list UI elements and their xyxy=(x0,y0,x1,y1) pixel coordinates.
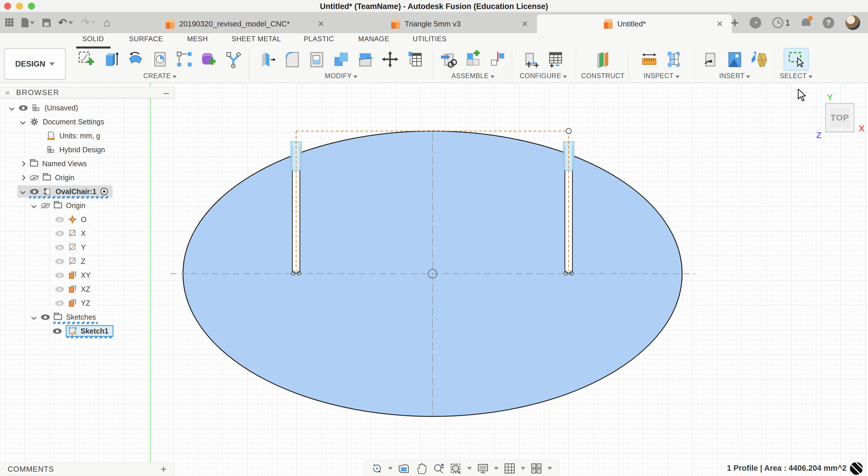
configuration-table-icon[interactable] xyxy=(547,50,565,68)
help-icon[interactable]: ? xyxy=(823,17,834,29)
tree-row-plane-yz[interactable]: YZ xyxy=(0,296,178,310)
extrude-icon[interactable] xyxy=(102,50,120,68)
create-sketch-icon[interactable] xyxy=(78,50,96,68)
new-tab-icon[interactable]: + xyxy=(731,15,739,31)
viewcube[interactable]: TOP xyxy=(825,103,854,132)
tab-utilities[interactable]: UTILITIES xyxy=(413,35,447,43)
notifications-bell-icon[interactable] xyxy=(801,17,812,28)
tab-document-1[interactable]: 20190320_revised_model_CNC* ✕ xyxy=(125,14,333,33)
new-component-icon[interactable] xyxy=(464,50,482,68)
visibility-eye-dim-icon[interactable] xyxy=(55,273,64,278)
visibility-eye-dim-icon[interactable] xyxy=(55,217,64,222)
tab-plastic[interactable]: PLASTIC xyxy=(304,35,334,43)
insert-menu[interactable]: INSERT xyxy=(697,72,773,80)
add-comment-icon[interactable]: + xyxy=(161,463,167,475)
look-at-icon[interactable] xyxy=(397,462,410,475)
close-tab-icon[interactable]: ✕ xyxy=(318,19,324,29)
generative-design-icon[interactable] xyxy=(224,50,242,68)
measure-icon[interactable] xyxy=(640,50,658,68)
minimize-panel-icon[interactable]: – xyxy=(163,91,169,94)
tree-row-origin-point[interactable]: O xyxy=(0,212,178,226)
tree-row-plane-xz[interactable]: XZ xyxy=(0,282,178,296)
tab-sheet-metal[interactable]: SHEET METAL xyxy=(231,35,281,43)
collapse-panel-icon[interactable]: « xyxy=(5,88,10,97)
zoom-window-dropdown-icon[interactable] xyxy=(467,467,472,470)
tree-row-hybrid-design[interactable]: Hybrid Design xyxy=(0,143,178,157)
tree-row-named-views[interactable]: Named Views xyxy=(0,157,178,171)
job-status-icon[interactable]: 1 xyxy=(772,17,790,28)
section-analysis-icon[interactable] xyxy=(665,50,683,68)
extensions-icon[interactable]: ◔ xyxy=(750,17,761,29)
orbit-icon[interactable] xyxy=(371,462,383,475)
tab-document-3-active[interactable]: Untitled* ✕ xyxy=(537,14,732,33)
insert-into-design-icon[interactable] xyxy=(701,50,719,68)
orbit-dropdown-icon[interactable] xyxy=(388,467,393,470)
tab-manage[interactable]: MANAGE xyxy=(358,35,389,43)
select-menu[interactable]: SELECT xyxy=(777,72,815,80)
tree-row-axis-y[interactable]: Y xyxy=(0,240,178,254)
app-grid-icon[interactable] xyxy=(5,18,14,27)
tab-document-2[interactable]: Triangle 5mm v3 ✕ xyxy=(333,14,537,33)
viewcube-top-face[interactable]: TOP xyxy=(831,113,849,123)
chevron-down-icon[interactable] xyxy=(31,314,36,320)
tree-row-origin-child[interactable]: Origin xyxy=(0,199,178,212)
workspace-selector[interactable]: DESIGN xyxy=(4,48,66,80)
tree-row-sketches-folder[interactable]: Sketches xyxy=(0,310,178,324)
chevron-right-icon[interactable] xyxy=(20,161,25,166)
hole-icon[interactable] xyxy=(151,50,169,68)
chevron-down-icon[interactable] xyxy=(20,189,25,194)
visibility-eye-off-icon[interactable] xyxy=(41,203,50,208)
close-tab-icon[interactable]: ✕ xyxy=(522,19,528,29)
display-settings-icon[interactable] xyxy=(476,462,489,475)
visibility-eye-dim-icon[interactable] xyxy=(55,245,64,250)
undo-icon[interactable]: ↶ xyxy=(58,16,73,29)
configuration-icon[interactable] xyxy=(522,50,540,68)
inspect-menu[interactable]: INSPECT xyxy=(631,72,692,80)
chevron-right-icon[interactable] xyxy=(20,175,25,180)
display-settings-dropdown-icon[interactable] xyxy=(494,467,499,470)
new-file-icon[interactable] xyxy=(22,18,35,27)
create-menu[interactable]: CREATE xyxy=(73,72,247,80)
modify-menu[interactable]: MODIFY xyxy=(252,72,430,80)
zoom-icon[interactable] xyxy=(432,462,445,475)
tab-solid[interactable]: SOLID xyxy=(82,35,104,43)
press-pull-icon[interactable] xyxy=(259,50,277,68)
select-icon[interactable] xyxy=(787,50,805,68)
tree-row-document-settings[interactable]: Document Settings xyxy=(0,115,178,129)
rectangular-pattern-icon[interactable] xyxy=(176,50,193,68)
visibility-eye-dim-icon[interactable] xyxy=(55,286,64,292)
shell-icon[interactable] xyxy=(308,50,326,68)
fillet-icon[interactable] xyxy=(283,50,301,68)
visibility-eye-dim-icon[interactable] xyxy=(55,301,64,306)
close-tab-icon[interactable]: ✕ xyxy=(716,19,723,29)
tree-row-ovalchair-component[interactable]: OvalChair:1 xyxy=(0,184,178,199)
assemble-menu[interactable]: ASSEMBLE xyxy=(436,72,509,80)
sketch1-selected-box[interactable]: Sketch1 xyxy=(66,325,114,337)
visibility-eye-off-icon[interactable] xyxy=(30,175,39,180)
visibility-eye-dim-icon[interactable] xyxy=(55,231,64,236)
visibility-eye-icon[interactable] xyxy=(53,328,62,334)
chevron-down-icon[interactable] xyxy=(31,203,36,208)
insert-derive-icon[interactable] xyxy=(439,50,458,68)
zoom-window-icon[interactable] xyxy=(450,462,463,475)
pan-icon[interactable] xyxy=(415,462,428,475)
insert-mesh-icon[interactable] xyxy=(750,50,768,68)
construct-plane-icon[interactable] xyxy=(594,50,612,68)
chevron-down-icon[interactable] xyxy=(20,119,25,124)
grid-snaps-icon[interactable] xyxy=(503,462,516,475)
create-form-icon[interactable] xyxy=(200,50,218,68)
sketch-point-marker[interactable] xyxy=(566,129,571,134)
grid-snaps-dropdown-icon[interactable] xyxy=(521,467,525,470)
tree-row-axis-x[interactable]: X xyxy=(0,226,178,240)
tree-row-units[interactable]: Units: mm, g xyxy=(0,129,178,143)
tree-row-axis-z[interactable]: Z xyxy=(0,254,178,268)
configure-menu[interactable]: CONFIGURE xyxy=(516,72,571,80)
redo-icon[interactable]: ↷ xyxy=(81,16,96,29)
visibility-eye-dim-icon[interactable] xyxy=(55,259,64,264)
tree-row-sketch1[interactable]: Sketch1 xyxy=(0,324,178,338)
chevron-down-icon[interactable] xyxy=(9,105,14,110)
user-avatar[interactable] xyxy=(845,15,861,30)
viewports-dropdown-icon[interactable] xyxy=(548,467,552,470)
change-parameters-icon[interactable] xyxy=(405,50,424,68)
offset-face-icon[interactable] xyxy=(356,50,375,68)
